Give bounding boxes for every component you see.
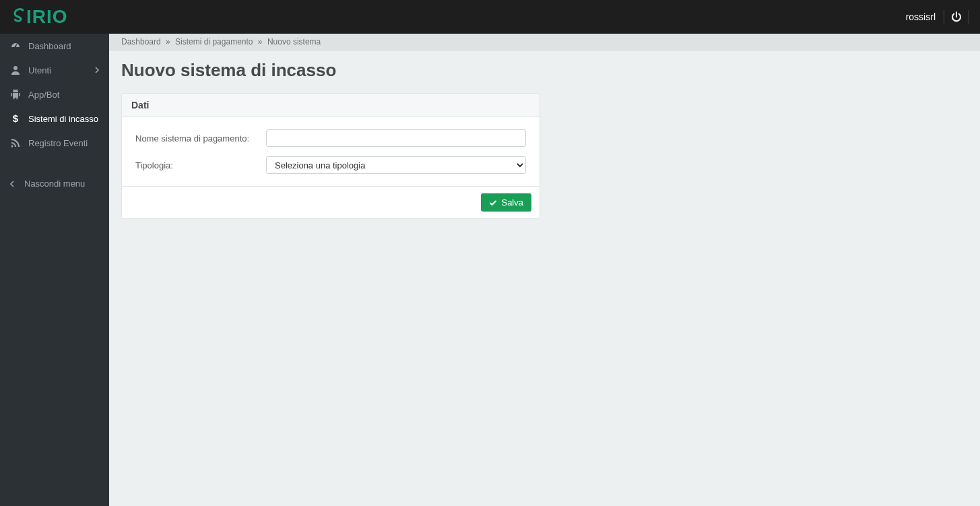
breadcrumb-separator: » <box>255 37 265 46</box>
svg-point-12 <box>11 146 13 148</box>
sidebar-item-appbot[interactable]: App/Bot <box>0 82 109 106</box>
sidebar-item-sistemi-di-incasso[interactable]: $ Sistemi di incasso <box>0 106 109 131</box>
snake-icon <box>12 8 26 26</box>
brand-text-i2: I <box>46 6 53 28</box>
form-row-name: Nome sistema di pagamento: <box>135 129 526 147</box>
svg-line-9 <box>13 90 14 91</box>
svg-point-3 <box>13 66 18 70</box>
sidebar-item-label: Registro Eventi <box>28 138 88 148</box>
sidebar-item-registro-eventi[interactable]: Registro Eventi <box>0 131 109 155</box>
breadcrumb: Dashboard » Sistemi di pagamento » Nuovo… <box>109 34 980 51</box>
dollar-icon: $ <box>9 113 22 125</box>
breadcrumb-separator: » <box>163 37 173 46</box>
content: Dashboard » Sistemi di pagamento » Nuovo… <box>109 34 980 506</box>
chevron-right-icon <box>94 67 100 73</box>
sidebar-item-dashboard[interactable]: Dashboard <box>0 34 109 58</box>
input-nome-sistema-pagamento[interactable] <box>266 129 526 147</box>
sidebar: Dashboard Utenti App/Bot $ <box>0 34 109 506</box>
logout-button[interactable] <box>944 11 969 22</box>
svg-rect-7 <box>13 98 15 100</box>
logo-wrap: I R I O <box>0 6 109 28</box>
user-icon <box>9 64 22 76</box>
svg-rect-8 <box>16 98 18 100</box>
divider <box>969 10 969 24</box>
spacer <box>0 155 109 172</box>
svg-rect-5 <box>11 93 13 96</box>
label-nome-sistema: Nome sistema di pagamento: <box>135 133 266 144</box>
android-icon <box>9 88 22 100</box>
label-tipologia: Tipologia: <box>135 160 266 170</box>
brand-text-o: O <box>53 6 68 28</box>
svg-point-0 <box>22 9 24 11</box>
svg-rect-6 <box>19 93 20 96</box>
panel-footer: Salva <box>122 186 540 218</box>
topbar-right: rossisrl <box>898 10 969 24</box>
form-row-tipologia: Tipologia: Seleziona una tipologia <box>135 156 526 174</box>
rss-icon <box>9 137 22 149</box>
sidebar-item-label: Sistemi di incasso <box>28 114 98 124</box>
sidebar-item-label: Utenti <box>28 65 51 75</box>
brand-logo[interactable]: I R I O <box>12 6 68 28</box>
sidebar-item-label: App/Bot <box>28 90 59 100</box>
dashboard-icon <box>9 40 22 52</box>
select-tipologia[interactable]: Seleziona una tipologia <box>266 156 526 174</box>
crumb-current: Nuovo sistema <box>267 37 321 46</box>
panel-header: Dati <box>122 94 540 117</box>
crumb-dashboard[interactable]: Dashboard <box>121 37 161 46</box>
chevron-left-icon <box>9 181 19 187</box>
username-link[interactable]: rossisrl <box>898 11 944 22</box>
form-panel: Dati Nome sistema di pagamento: Tipologi… <box>121 93 540 219</box>
page-title: Nuovo sistema di incasso <box>121 60 968 81</box>
sidebar-collapse-label: Nascondi menu <box>24 179 85 189</box>
crumb-sistemi-pagamento[interactable]: Sistemi di pagamento <box>175 37 253 46</box>
brand-text-r: R <box>32 6 46 28</box>
page-inner: Nuovo sistema di incasso Dati Nome siste… <box>109 51 980 235</box>
check-icon <box>489 199 497 207</box>
save-button[interactable]: Salva <box>481 193 531 212</box>
panel-body: Nome sistema di pagamento: Tipologia: Se… <box>122 117 540 186</box>
brand-text-i: I <box>26 6 32 28</box>
svg-rect-4 <box>13 93 18 98</box>
svg-text:$: $ <box>13 113 19 124</box>
sidebar-item-utenti[interactable]: Utenti <box>0 58 109 82</box>
sidebar-item-label: Dashboard <box>28 41 71 51</box>
power-icon <box>951 11 962 22</box>
svg-line-10 <box>17 90 18 91</box>
save-button-label: Salva <box>501 197 523 208</box>
sidebar-collapse[interactable]: Nascondi menu <box>0 172 109 195</box>
topbar: I R I O rossisrl <box>0 0 980 34</box>
